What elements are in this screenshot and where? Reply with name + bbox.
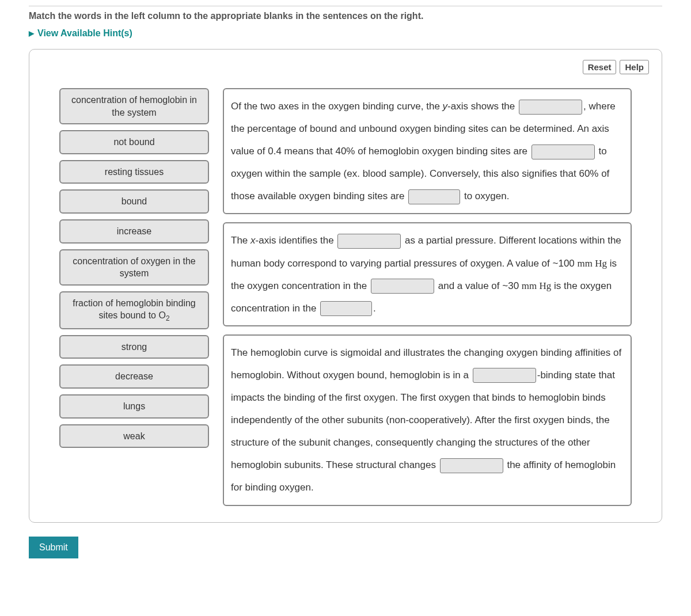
activity-panel: Reset Help concentration of hemoglobin i… bbox=[29, 49, 662, 523]
word-tile[interactable]: concentration of hemoglobin in the syste… bbox=[59, 88, 209, 124]
drop-target[interactable] bbox=[371, 279, 434, 294]
drop-target[interactable] bbox=[519, 100, 582, 115]
word-tile[interactable]: weak bbox=[59, 424, 209, 448]
sentence-text: . bbox=[373, 303, 376, 314]
sentence-box-2: The x-axis identifies the as a partial p… bbox=[223, 222, 632, 326]
drop-target[interactable] bbox=[531, 145, 595, 159]
view-hints-label: View Available Hint(s) bbox=[37, 28, 132, 39]
reset-button[interactable]: Reset bbox=[583, 60, 617, 74]
sentence-text: Of the two axes in the oxygen binding cu… bbox=[231, 101, 443, 112]
sentence-text: The bbox=[231, 235, 250, 246]
instructions: Match the words in the left column to th… bbox=[29, 11, 662, 21]
sentence-box-3: The hemoglobin curve is sigmoidal and il… bbox=[223, 334, 632, 506]
sentences-column: Of the two axes in the oxygen binding cu… bbox=[223, 88, 632, 506]
word-tile[interactable]: resting tissues bbox=[59, 160, 209, 184]
sentence-text: -axis shows the bbox=[447, 101, 518, 112]
sentence-text: mm Hg bbox=[578, 258, 607, 269]
word-tile[interactable]: increase bbox=[59, 219, 209, 244]
sentence-text: -binding state that impacts the binding … bbox=[231, 370, 615, 470]
help-button[interactable]: Help bbox=[620, 60, 649, 74]
word-tile[interactable]: lungs bbox=[59, 394, 209, 419]
sentence-text: y bbox=[443, 101, 448, 112]
caret-right-icon: ▶ bbox=[29, 29, 34, 37]
submit-button[interactable]: Submit bbox=[29, 537, 78, 558]
word-tile[interactable]: fraction of hemoglobin binding sites bou… bbox=[59, 291, 209, 329]
word-tile[interactable]: strong bbox=[59, 335, 209, 359]
drop-target[interactable] bbox=[473, 368, 536, 383]
drop-target[interactable] bbox=[337, 234, 401, 249]
drop-target[interactable] bbox=[440, 458, 503, 473]
drop-target[interactable] bbox=[408, 189, 460, 204]
word-tile[interactable]: not bound bbox=[59, 130, 209, 154]
word-tile[interactable]: decrease bbox=[59, 364, 209, 389]
drop-target[interactable] bbox=[320, 301, 372, 316]
view-hints-toggle[interactable]: ▶ View Available Hint(s) bbox=[29, 28, 662, 39]
word-tile[interactable]: bound bbox=[59, 189, 209, 214]
sentence-text: to oxygen. bbox=[461, 191, 509, 201]
sentence-box-1: Of the two axes in the oxygen binding cu… bbox=[223, 88, 632, 214]
sentence-text: mm Hg bbox=[522, 280, 551, 291]
word-tile[interactable]: concentration of oxygen in the system bbox=[59, 249, 209, 286]
word-bank: concentration of hemoglobin in the syste… bbox=[59, 88, 209, 506]
sentence-text: x bbox=[250, 235, 256, 246]
sentence-text: and a value of ~30 bbox=[435, 280, 522, 291]
sentence-text: -axis identifies the bbox=[256, 235, 337, 246]
